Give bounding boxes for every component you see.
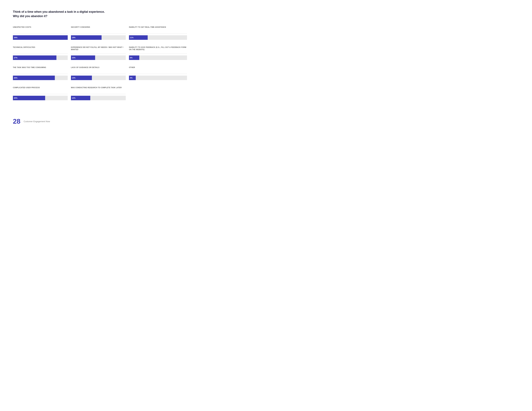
separator xyxy=(71,94,126,94)
bar-fill: 19% xyxy=(71,35,102,40)
chart-label: THE TASK WAS TOO TIME CONSUMING xyxy=(13,66,68,72)
bar-track: 27% xyxy=(13,56,68,60)
chart-label: WAS CONDUCTING RESEARCH TO COMPLETE TASK… xyxy=(71,86,126,92)
chart-item: COMPLICATED USER PROCESS20% xyxy=(13,86,71,107)
separator xyxy=(129,54,187,54)
chart-item: SECURITY CONCERNS19% xyxy=(71,26,129,46)
bar-track: 34% xyxy=(13,35,68,40)
bar-fill: 11% xyxy=(129,35,148,40)
bar-fill: 26% xyxy=(13,75,55,80)
bar-fill: 15% xyxy=(71,56,95,60)
bar-fill: 13% xyxy=(71,75,92,80)
separator xyxy=(13,94,68,94)
bar-track: 26% xyxy=(13,75,68,80)
chart-label: INABILITY TO GIVE FEEDBACK (E.G., FILL O… xyxy=(129,46,187,51)
bar-value: 13% xyxy=(72,77,76,79)
question-title: Think of a time when you abandoned a tas… xyxy=(13,10,187,18)
chart-item: WAS CONDUCTING RESEARCH TO COMPLETE TASK… xyxy=(71,86,129,107)
bar-value: 19% xyxy=(72,37,76,38)
bar-fill: 20% xyxy=(13,96,45,100)
bar-track: 20% xyxy=(13,96,68,100)
chart-item: OTHER4% xyxy=(129,66,187,86)
chart-label: OTHER xyxy=(129,66,187,72)
separator xyxy=(13,74,68,74)
bar-track: 4% xyxy=(129,75,187,80)
bar-track: 15% xyxy=(71,56,126,60)
chart-label: COMPLICATED USER PROCESS xyxy=(13,86,68,92)
bar-fill: 27% xyxy=(13,56,57,60)
chart-item: INABILITY TO GET REAL-TIME ASSISTANCE11% xyxy=(129,26,187,46)
bar-value: 26% xyxy=(14,77,17,79)
bar-fill: 6% xyxy=(129,56,139,60)
separator xyxy=(71,74,126,74)
chart-item: UNEXPECTED COSTS34% xyxy=(13,26,71,46)
bar-value: 11% xyxy=(130,37,133,38)
bar-track: 11% xyxy=(129,35,187,40)
bar-value: 12% xyxy=(72,97,76,99)
chart-label: INABILITY TO GET REAL-TIME ASSISTANCE xyxy=(129,26,187,31)
bar-value: 20% xyxy=(14,97,17,99)
separator xyxy=(129,74,187,74)
chart-label: EXPERIENCE DID NOT FULFILL MY NEEDS / WA… xyxy=(71,46,126,51)
chart-label: UNEXPECTED COSTS xyxy=(13,26,68,31)
chart-item: EXPERIENCE DID NOT FULFILL MY NEEDS / WA… xyxy=(71,46,129,66)
bar-fill: 12% xyxy=(71,96,90,100)
bar-value: 27% xyxy=(14,57,17,59)
chart-item: THE TASK WAS TOO TIME CONSUMING26% xyxy=(13,66,71,86)
bar-value: 4% xyxy=(130,77,133,79)
chart-grid: UNEXPECTED COSTS34%SECURITY CONCERNS19%I… xyxy=(13,26,187,107)
chart-item: LACK OF GUIDANCE OR DETAILS13% xyxy=(71,66,129,86)
footer: 28 Customer Engagement Now xyxy=(13,116,187,125)
page-number: 28 xyxy=(13,118,20,125)
chart-label: TECHNICAL DIFFICULTIES xyxy=(13,46,68,51)
chart-item: INABILITY TO GIVE FEEDBACK (E.G., FILL O… xyxy=(129,46,187,66)
chart-item: TECHNICAL DIFFICULTIES27% xyxy=(13,46,71,66)
bar-fill: 4% xyxy=(129,75,136,80)
bar-value: 6% xyxy=(130,57,133,59)
bar-track: 12% xyxy=(71,96,126,100)
separator xyxy=(13,54,68,54)
chart-label: SECURITY CONCERNS xyxy=(71,26,126,31)
bar-track: 6% xyxy=(129,56,187,60)
bar-fill: 34% xyxy=(13,35,68,40)
bar-track: 13% xyxy=(71,75,126,80)
separator xyxy=(71,54,126,54)
bar-track: 19% xyxy=(71,35,126,40)
footer-text: Customer Engagement Now xyxy=(24,120,50,123)
chart-label: LACK OF GUIDANCE OR DETAILS xyxy=(71,66,126,72)
bar-value: 34% xyxy=(14,37,17,38)
bar-value: 15% xyxy=(72,57,76,59)
